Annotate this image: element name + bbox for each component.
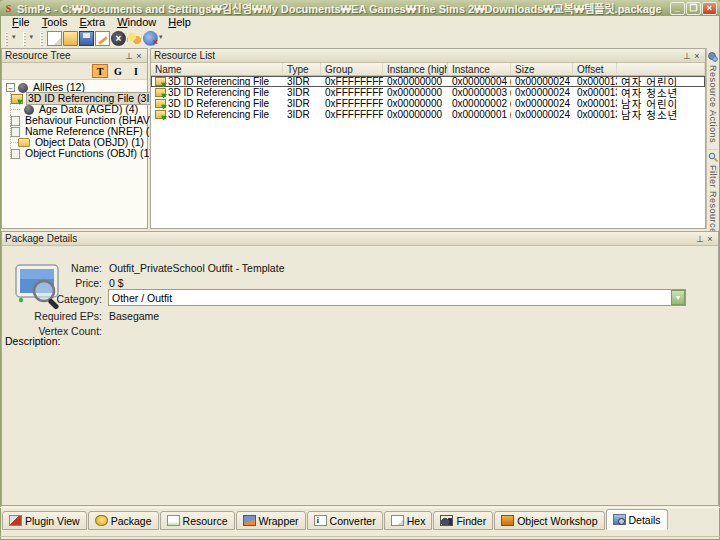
- tab-icon: [440, 515, 453, 526]
- simpe-app-icon: S: [3, 3, 14, 14]
- toolbar-grip[interactable]: [23, 32, 26, 46]
- tree-item-icon: [11, 94, 23, 104]
- toolbar-grip[interactable]: [5, 32, 8, 46]
- tree-item[interactable]: Object Functions (OBJf) (1): [4, 148, 147, 159]
- close-panel-icon[interactable]: ×: [705, 233, 715, 245]
- edit-package-icon[interactable]: [95, 31, 110, 46]
- cell-type: 3IDR: [283, 87, 321, 98]
- minimize-button[interactable]: _: [670, 2, 685, 15]
- name-label: Name:: [2, 262, 102, 274]
- 3d-id-file-icon: [155, 99, 166, 108]
- price-value: 0 $: [109, 277, 124, 289]
- resource-tree-panel: Resource Tree ⊥ × TGI – AllRes (12) 3D I…: [1, 48, 148, 229]
- cell-instance: 0x00000002 (2): [448, 98, 511, 109]
- view-tab[interactable]: Converter: [307, 511, 383, 530]
- title-bar: S SimPe - C:₩Documents and Settings₩김신영₩…: [0, 0, 720, 16]
- menu-item[interactable]: Help: [162, 16, 197, 29]
- view-tab[interactable]: Wrapper: [236, 511, 306, 530]
- view-tab[interactable]: Hex: [384, 511, 433, 530]
- 3d-id-file-icon: [155, 77, 166, 86]
- toolbar-overflow-icon[interactable]: ▾: [12, 33, 16, 41]
- cell-group: 0xFFFFFFFF: [321, 76, 383, 87]
- cell-type: 3IDR: [283, 98, 321, 109]
- toolbar: ▾ ▾ ▾: [1, 29, 719, 48]
- window-bottom-border: [0, 536, 720, 537]
- restore-button[interactable]: ❐: [686, 2, 701, 15]
- tab-label: Package: [111, 515, 152, 527]
- menu-item[interactable]: Window: [111, 16, 162, 29]
- close-button[interactable]: ×: [702, 2, 717, 15]
- menu-item[interactable]: Extra: [73, 16, 111, 29]
- column-header-group[interactable]: Group: [321, 63, 383, 75]
- cell-size: 0x00000024: [511, 87, 573, 98]
- package-details-header: Package Details ⊥ ×: [2, 232, 718, 246]
- toolbar-overflow-icon[interactable]: ▾: [159, 33, 163, 41]
- tab-icon: [243, 515, 256, 526]
- resource-actions-tab[interactable]: Resource Actions: [708, 50, 718, 150]
- cell-group: 0xFFFFFFFF: [321, 87, 383, 98]
- view-tab[interactable]: Object Workshop: [494, 511, 604, 530]
- column-header-instance-high[interactable]: Instance (high): [383, 63, 448, 75]
- tree-item-icon: [11, 127, 20, 137]
- tab-icon: [167, 515, 180, 526]
- category-select[interactable]: Other / Outfit ▼: [108, 289, 686, 306]
- view-tab[interactable]: Resource: [160, 511, 235, 530]
- column-header-name[interactable]: Name: [151, 63, 283, 75]
- price-label: Price:: [2, 277, 102, 289]
- pin-icon[interactable]: ⊥: [695, 233, 705, 245]
- close-panel-icon[interactable]: ×: [134, 50, 144, 62]
- docked-side-bar: Resource Actions Filter Resources: [706, 48, 719, 229]
- view-tab[interactable]: Plugin View: [2, 511, 87, 530]
- column-header-offset[interactable]: Offset: [573, 63, 617, 75]
- pin-icon[interactable]: ⊥: [124, 50, 134, 62]
- cell-name: 3D ID Referencing File: [151, 76, 283, 87]
- tab-icon: [501, 515, 514, 526]
- cell-offset: 0x0000132C: [573, 87, 617, 98]
- tab-label: Object Workshop: [517, 515, 597, 527]
- tree-view-toggle-button[interactable]: G: [110, 64, 126, 78]
- cell-name: 3D ID Referencing File: [151, 98, 283, 109]
- tree-collapse-icon[interactable]: –: [6, 83, 15, 92]
- package-details-panel: Package Details ⊥ × Name: Outfit_Private…: [1, 231, 719, 506]
- menu-bar: FileToolsExtraWindowHelp: [1, 16, 719, 29]
- save-package-icon[interactable]: [79, 31, 94, 46]
- toolbar-grip[interactable]: [40, 32, 43, 46]
- toolbar-overflow-icon[interactable]: ▾: [30, 33, 34, 41]
- pin-icon[interactable]: ⊥: [682, 50, 692, 62]
- close-package-icon[interactable]: [111, 31, 126, 46]
- tab-icon: [613, 514, 626, 525]
- menu-item[interactable]: File: [6, 16, 36, 29]
- tree-item-icon: [24, 105, 34, 115]
- tree-connector: [10, 137, 18, 148]
- view-tab[interactable]: Package: [88, 511, 159, 530]
- resource-list-body: 3D ID Referencing File 3IDR 0xFFFFFFFF 0…: [151, 76, 705, 120]
- resource-tree-title: Resource Tree: [5, 50, 124, 61]
- view-tab[interactable]: Finder: [433, 511, 493, 530]
- cell-korean-label: 남자 청소년: [617, 107, 705, 122]
- tree-view-toggle-button[interactable]: T: [92, 64, 108, 78]
- tab-icon: [391, 515, 404, 526]
- close-panel-icon[interactable]: ×: [692, 50, 702, 62]
- tab-label: Wrapper: [259, 515, 299, 527]
- column-header-size[interactable]: Size: [511, 63, 573, 75]
- menu-item[interactable]: Tools: [36, 16, 74, 29]
- neighborhood-browser-icon[interactable]: [127, 31, 142, 46]
- web-update-icon[interactable]: [143, 31, 158, 46]
- table-row[interactable]: 3D ID Referencing File 3IDR 0xFFFFFFFF 0…: [151, 109, 705, 120]
- tab-label: Resource: [183, 515, 228, 527]
- open-package-icon[interactable]: [63, 31, 78, 46]
- cell-instance-high: 0x00000000: [383, 109, 448, 120]
- view-tab[interactable]: Details: [606, 509, 668, 530]
- column-header-type[interactable]: Type: [283, 63, 321, 75]
- cell-instance-high: 0x00000000: [383, 98, 448, 109]
- cell-offset: 0x00001350: [573, 98, 617, 109]
- column-header-instance[interactable]: Instance: [448, 63, 511, 75]
- tab-label: Plugin View: [25, 515, 80, 527]
- new-package-icon[interactable]: [47, 31, 62, 46]
- tab-icon: [95, 515, 108, 526]
- cell-instance-high: 0x00000000: [383, 76, 448, 87]
- chevron-down-icon[interactable]: ▼: [671, 290, 685, 305]
- tree-view-toggle-bar: TGI: [2, 63, 147, 80]
- tab-label: Finder: [456, 515, 486, 527]
- tree-view-toggle-button[interactable]: I: [128, 64, 144, 78]
